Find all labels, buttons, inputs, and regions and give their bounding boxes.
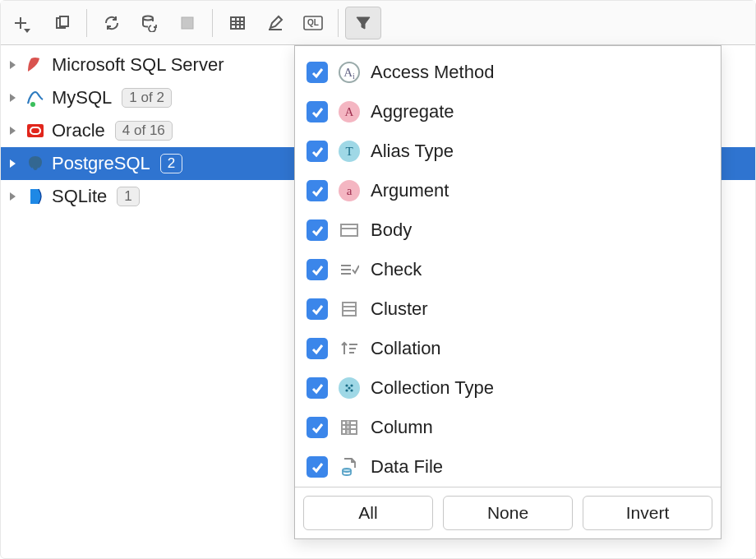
svg-point-4 xyxy=(143,16,153,20)
check-icon xyxy=(338,258,361,281)
svg-point-44 xyxy=(343,469,351,472)
filter-item-check[interactable]: Check xyxy=(302,250,716,289)
filter-item-label: Cluster xyxy=(371,298,428,320)
toolbar-separator xyxy=(338,9,339,37)
refresh-button[interactable] xyxy=(94,7,130,39)
database-tool-window: QL Microsoft SQL Server My xyxy=(0,0,756,559)
count-badge: 4 of 16 xyxy=(115,121,173,141)
filter-item-aggregate[interactable]: A Aggregate xyxy=(302,92,716,132)
svg-rect-6 xyxy=(231,17,244,29)
filter-item-data-file[interactable]: Data File xyxy=(302,447,716,487)
checkbox-checked[interactable] xyxy=(307,141,328,162)
svg-marker-16 xyxy=(10,127,16,135)
filter-item-label: Collection Type xyxy=(371,377,494,399)
edit-button[interactable] xyxy=(257,7,293,39)
invert-button[interactable]: Invert xyxy=(583,496,712,530)
table-view-button[interactable] xyxy=(219,7,256,39)
filter-item-label: Collation xyxy=(371,338,441,359)
filter-item-label: Alias Type xyxy=(371,141,454,162)
checkbox-checked[interactable] xyxy=(307,259,328,280)
cluster-icon xyxy=(338,298,361,321)
postgresql-icon xyxy=(25,154,45,173)
chevron-right-icon xyxy=(6,60,19,70)
filter-item-column[interactable]: Column xyxy=(302,408,716,447)
tree-item-label: Microsoft SQL Server xyxy=(52,54,224,76)
chevron-right-icon xyxy=(6,159,19,169)
svg-point-37 xyxy=(350,389,353,391)
alias-type-icon: T xyxy=(338,140,361,163)
svg-marker-13 xyxy=(10,61,16,69)
filter-item-label: Check xyxy=(371,259,422,280)
tree-item-label: MySQL xyxy=(52,87,112,109)
svg-marker-19 xyxy=(10,159,16,168)
filter-item-label: Body xyxy=(371,219,412,241)
filter-list[interactable]: Ai Access Method A Aggregate T Alias Typ… xyxy=(295,46,721,487)
filter-button[interactable] xyxy=(345,7,381,39)
body-icon xyxy=(338,219,361,242)
oracle-icon xyxy=(25,121,45,141)
sqlite-icon xyxy=(25,187,45,206)
db-refresh-button[interactable] xyxy=(131,7,168,39)
svg-marker-14 xyxy=(10,94,16,102)
filter-item-body[interactable]: Body xyxy=(302,210,716,250)
svg-point-15 xyxy=(30,102,35,107)
duplicate-button[interactable] xyxy=(44,7,80,39)
all-button[interactable]: All xyxy=(303,496,433,530)
toolbar: QL xyxy=(1,1,755,45)
svg-point-35 xyxy=(348,386,350,389)
count-badge: 1 of 2 xyxy=(122,88,172,108)
tree-item-label: PostgreSQL xyxy=(52,153,150,174)
argument-icon: a xyxy=(338,179,361,202)
checkbox-checked[interactable] xyxy=(307,298,328,320)
mssql-icon xyxy=(25,55,45,75)
svg-marker-20 xyxy=(10,192,16,201)
checkbox-checked[interactable] xyxy=(307,338,328,359)
filter-footer: All None Invert xyxy=(295,487,721,538)
count-badge: 2 xyxy=(160,154,182,173)
count-badge: 1 xyxy=(117,187,139,206)
svg-point-34 xyxy=(350,384,353,386)
stop-button[interactable] xyxy=(169,7,205,39)
checkbox-checked[interactable] xyxy=(307,456,328,478)
none-button[interactable]: None xyxy=(443,496,573,530)
mysql-icon xyxy=(25,88,45,108)
svg-rect-21 xyxy=(341,224,357,236)
column-icon xyxy=(338,416,361,439)
filter-item-label: Column xyxy=(371,417,433,438)
chevron-right-icon xyxy=(6,93,19,103)
data-file-icon xyxy=(338,455,361,478)
toolbar-separator xyxy=(212,9,213,37)
filter-item-argument[interactable]: a Argument xyxy=(302,171,716,210)
filter-item-cluster[interactable]: Cluster xyxy=(302,289,716,329)
tree-item-label: SQLite xyxy=(52,186,107,207)
filter-item-alias-type[interactable]: T Alias Type xyxy=(302,132,716,171)
collation-icon xyxy=(338,337,361,360)
filter-item-collection-type[interactable]: Collection Type xyxy=(302,368,716,408)
svg-point-33 xyxy=(345,384,348,386)
svg-rect-3 xyxy=(60,16,68,26)
checkbox-checked[interactable] xyxy=(307,219,328,241)
checkbox-checked[interactable] xyxy=(307,180,328,201)
checkbox-checked[interactable] xyxy=(307,417,328,438)
filter-item-label: Argument xyxy=(371,180,449,201)
aggregate-icon: A xyxy=(338,100,361,123)
filter-item-access-method[interactable]: Ai Access Method xyxy=(302,53,716,92)
ql-button[interactable]: QL xyxy=(295,7,331,39)
collection-type-icon xyxy=(338,377,361,400)
filter-item-collation[interactable]: Collation xyxy=(302,329,716,368)
chevron-right-icon xyxy=(6,126,19,136)
chevron-right-icon xyxy=(6,192,19,201)
svg-rect-26 xyxy=(343,303,356,316)
tree-item-label: Oracle xyxy=(52,120,105,141)
filter-item-label: Access Method xyxy=(371,62,494,83)
svg-rect-5 xyxy=(182,17,193,29)
filter-popup: Ai Access Method A Aggregate T Alias Typ… xyxy=(294,45,721,539)
toolbar-separator xyxy=(86,9,87,37)
checkbox-checked[interactable] xyxy=(307,62,328,83)
access-method-icon: Ai xyxy=(338,61,361,84)
add-button[interactable] xyxy=(6,7,42,39)
filter-item-label: Aggregate xyxy=(371,101,454,122)
checkbox-checked[interactable] xyxy=(307,377,328,399)
checkbox-checked[interactable] xyxy=(307,101,328,122)
filter-item-label: Data File xyxy=(371,456,443,478)
